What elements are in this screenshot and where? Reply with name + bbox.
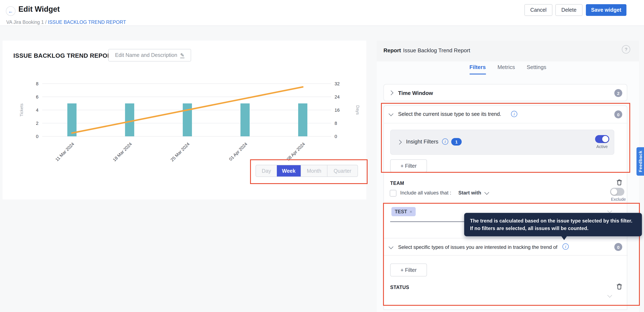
insight-filters-active-toggle[interactable] — [595, 135, 609, 143]
svg-text:08 Apr 2024: 08 Apr 2024 — [286, 141, 306, 162]
tooltip-caret — [561, 236, 568, 240]
trash-icon[interactable] — [616, 179, 623, 186]
save-widget-button[interactable]: Save widget — [586, 4, 626, 16]
svg-text:2: 2 — [36, 121, 38, 126]
edit-name-description-button[interactable]: Edit Name and Description ✎ — [108, 49, 191, 62]
feedback-label: Feedback — [638, 150, 643, 172]
time-window-section[interactable]: Time Window 2 — [384, 84, 627, 101]
help-icon[interactable]: ? — [622, 45, 630, 54]
svg-text:6: 6 — [36, 94, 38, 100]
current-issue-type-header[interactable]: Select the current issue type to see its… — [384, 106, 628, 124]
svg-text:32: 32 — [334, 81, 340, 86]
breadcrumb: VA Jira Booking 1 / ISSUE BACKLOG TREND … — [6, 20, 126, 25]
time-window-badge: 2 — [614, 89, 622, 97]
pencil-icon: ✎ — [180, 52, 184, 58]
exclude-toggle-label: Exclude — [611, 197, 626, 202]
report-tabs: Filters Metrics Settings — [377, 64, 639, 74]
svg-text:25 Mar 2024: 25 Mar 2024 — [170, 141, 190, 162]
svg-text:0: 0 — [36, 134, 38, 139]
svg-text:8: 8 — [334, 121, 337, 126]
breadcrumb-parent[interactable]: VA Jira Booking 1 — [6, 20, 44, 25]
insight-filters-card[interactable]: Insight Filters i 1 Active — [390, 130, 614, 155]
report-header-strip: ReportIssue Backlog Trend Report ? — [377, 40, 639, 62]
annotation-box-granularity — [250, 159, 368, 184]
back-arrow-icon: ← — [8, 8, 13, 14]
tab-metrics[interactable]: Metrics — [498, 64, 515, 74]
include-all-values-checkbox[interactable] — [390, 190, 396, 196]
edit-name-label: Edit Name and Description — [115, 52, 177, 58]
chevron-down-icon[interactable] — [608, 208, 612, 213]
tab-settings[interactable]: Settings — [527, 64, 546, 74]
specific-types-badge: 0 — [614, 243, 622, 251]
tooltip: The trend is calculated based on the iss… — [464, 213, 642, 236]
report-title: ReportIssue Backlog Trend Report — [384, 47, 470, 54]
current-issue-type-badge: 0 — [614, 110, 622, 118]
chip-remove-icon[interactable]: × — [410, 209, 412, 214]
exclude-toggle[interactable] — [610, 188, 624, 196]
top-bar: ← Edit Widget VA Jira Booking 1 / ISSUE … — [0, 0, 644, 26]
trend-chart: 024680816243211 Mar 202418 Mar 202425 Ma… — [2, 64, 369, 206]
team-field-label: TEAM — [390, 181, 404, 186]
cancel-button[interactable]: Cancel — [524, 4, 552, 16]
filters-card: Select the current issue type to see its… — [384, 106, 627, 310]
add-filter-button[interactable]: + Filter — [390, 264, 427, 276]
chevron-down-icon[interactable] — [608, 293, 612, 298]
chevron-down-icon — [389, 244, 394, 249]
chevron-right-icon — [397, 140, 402, 145]
widget-title: ISSUE BACKLOG TREND REPORT — [14, 52, 116, 59]
delete-button[interactable]: Delete — [555, 4, 582, 16]
svg-text:0: 0 — [334, 134, 337, 139]
specific-types-header[interactable]: Select specific types of issues you are … — [384, 238, 628, 256]
breadcrumb-separator: / — [44, 20, 48, 25]
chevron-down-icon — [389, 112, 394, 116]
tooltip-line-1: The trend is calculated based on the iss… — [470, 217, 636, 225]
include-all-values-label: Include all values that : — [400, 190, 451, 196]
report-settings-panel: ReportIssue Backlog Trend Report ? Filte… — [377, 40, 639, 312]
current-issue-type-label: Select the current issue type to see its… — [398, 111, 501, 117]
add-filter-button[interactable]: + Filter — [390, 159, 427, 172]
svg-text:24: 24 — [334, 94, 340, 100]
svg-text:01 Apr 2024: 01 Apr 2024 — [228, 141, 248, 162]
chevron-right-icon — [389, 90, 394, 95]
active-toggle-label: Active — [596, 144, 608, 149]
insight-filters-count-pill: 1 — [451, 138, 462, 146]
back-button[interactable]: ← — [6, 6, 16, 16]
svg-text:11 Mar 2024: 11 Mar 2024 — [54, 141, 75, 162]
status-field-label: STATUS — [390, 285, 409, 290]
info-icon[interactable]: i — [511, 111, 517, 117]
report-name: Issue Backlog Trend Report — [403, 47, 470, 54]
specific-types-label: Select specific types of issues you are … — [398, 244, 558, 250]
time-window-label: Time Window — [398, 90, 433, 96]
info-icon[interactable]: i — [442, 138, 448, 145]
svg-text:Tickets: Tickets — [19, 104, 24, 117]
svg-text:4: 4 — [36, 108, 38, 113]
widget-preview-card: ISSUE BACKLOG TREND REPORT Edit Name and… — [2, 40, 366, 200]
team-select-underline — [390, 221, 464, 222]
chevron-down-icon[interactable] — [484, 190, 489, 195]
svg-text:8: 8 — [36, 81, 38, 86]
report-label: Report — [384, 47, 401, 54]
tooltip-line-2: If no filters are selected, all issues w… — [470, 225, 636, 232]
team-value-chip[interactable]: TEST × — [392, 207, 416, 216]
operator-select[interactable]: Start with — [458, 190, 481, 196]
edit-widget-page: ← Edit Widget VA Jira Booking 1 / ISSUE … — [0, 0, 644, 312]
feedback-tab[interactable]: Feedback — [636, 147, 644, 176]
svg-text:18 Mar 2024: 18 Mar 2024 — [112, 141, 133, 162]
chip-label: TEST — [395, 209, 407, 214]
info-icon[interactable]: i — [562, 244, 569, 250]
svg-text:16: 16 — [334, 108, 340, 113]
trash-icon[interactable] — [616, 283, 623, 290]
page-title: Edit Widget — [18, 5, 60, 14]
breadcrumb-current[interactable]: ISSUE BACKLOG TREND REPORT — [48, 20, 126, 25]
svg-text:Days: Days — [356, 105, 360, 115]
insight-filters-label: Insight Filters — [406, 138, 438, 145]
tab-filters[interactable]: Filters — [470, 64, 486, 74]
